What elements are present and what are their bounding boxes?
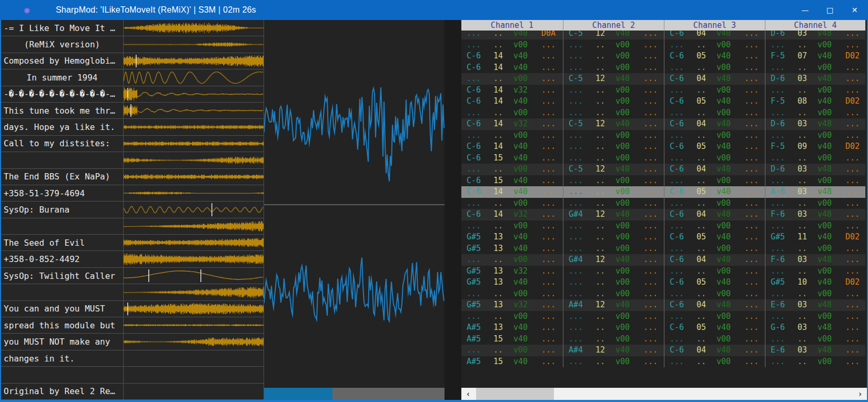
instrument-cell: 14 xyxy=(493,186,503,198)
sample-text-row[interactable]: Call to my distsites: xyxy=(1,136,123,152)
channel-header-bar: Channel 1Channel 2Channel 3Channel 4 xyxy=(461,20,865,31)
volume-cell: v00 xyxy=(716,266,731,277)
volume-cell: v00 xyxy=(817,356,832,368)
sample-text-row[interactable]: +358-51-379-4694 xyxy=(1,185,123,202)
pattern-cell: .....v00... xyxy=(765,198,865,209)
volume-cell: v00 xyxy=(716,198,731,209)
note-cell: ... xyxy=(670,311,684,323)
note-cell: A#5 xyxy=(467,322,481,334)
effect-cell: ... xyxy=(744,299,759,311)
effect-cell: ... xyxy=(541,96,556,107)
effect-cell: ... xyxy=(541,198,556,209)
sample-text-row[interactable]: Composed by Hemoglobi… xyxy=(1,53,123,69)
sample-text-row[interactable] xyxy=(1,218,123,235)
instrument-cell: 03 xyxy=(798,164,808,175)
note-cell: C-6 xyxy=(670,141,684,153)
sample-text-row[interactable]: This tune took me thr… xyxy=(1,103,123,119)
volume-cell: v00 xyxy=(615,85,630,96)
note-cell: E-6 xyxy=(771,299,785,311)
volume-cell: v40 xyxy=(513,232,528,243)
oscilloscope-bottom xyxy=(264,205,445,388)
volume-cell: v40 xyxy=(716,164,731,175)
sample-text-row[interactable] xyxy=(1,152,123,168)
scroll-right-button[interactable]: › xyxy=(854,388,866,400)
volume-cell: v00 xyxy=(716,62,731,74)
sample-text-row[interactable]: -�-�-�-�-�-�-�-�-�-�-… xyxy=(1,86,123,103)
note-cell: ... xyxy=(670,356,684,368)
sample-text-row[interactable]: you MUST NOT make any xyxy=(1,334,123,350)
sample-text-row[interactable] xyxy=(1,284,123,300)
pattern-cell: D-603v48... xyxy=(765,118,865,130)
pattern-cell: .....v00... xyxy=(765,153,865,164)
pattern-cell: .....v00... xyxy=(563,198,664,209)
note-cell: C-6 xyxy=(467,118,481,130)
pattern-cell: C-604v40... xyxy=(664,118,765,130)
volume-cell: v00 xyxy=(817,62,832,74)
instrument-cell: .. xyxy=(596,356,605,368)
channel-header[interactable]: Channel 1 xyxy=(461,20,563,31)
sample-text-row[interactable]: The Seed of Evil xyxy=(1,235,123,251)
note-cell: ... xyxy=(569,266,583,277)
sample-text-row[interactable]: SysOp: Twilight Caller xyxy=(1,268,123,284)
pattern-cell: .....v00... xyxy=(563,311,664,323)
pattern-cell: C-615v40... xyxy=(461,175,563,187)
pattern-cell: C-605v40... xyxy=(664,186,765,198)
sample-text-row[interactable]: +358-0-852-4492 xyxy=(1,251,123,267)
effect-cell: ... xyxy=(744,130,759,142)
instrument-cell: .. xyxy=(493,39,503,51)
sample-text-row[interactable]: spread this module but xyxy=(1,317,123,334)
pattern-cell: .....v00... xyxy=(461,220,563,232)
instrument-cell: .. xyxy=(596,311,605,323)
effect-cell: ... xyxy=(541,266,556,277)
scroll-left-button[interactable]: ‹ xyxy=(462,388,474,400)
sample-text-row[interactable]: You can and you MUST xyxy=(1,301,123,317)
titlebar[interactable]: ✺ SharpMod: 'ILikeToMoveIt (ReMiX)' | S3… xyxy=(0,0,868,20)
effect-cell: ... xyxy=(541,232,556,243)
volume-cell: v40 xyxy=(513,175,528,187)
scroll-thumb[interactable] xyxy=(476,388,554,400)
instrument-cell: 12 xyxy=(596,164,605,175)
sample-text-row[interactable]: (ReMiX version) xyxy=(1,36,123,53)
instrument-cell: .. xyxy=(596,198,605,209)
pattern-scrollbar[interactable]: ‹ › xyxy=(461,388,867,400)
volume-cell: v48 xyxy=(817,345,832,356)
note-cell: C-6 xyxy=(670,186,684,198)
note-cell: C-6 xyxy=(670,96,684,107)
instrument-cell: 10 xyxy=(798,277,808,288)
effect-cell: ... xyxy=(541,107,556,119)
instrument-cell: 14 xyxy=(493,118,503,130)
note-cell: C-5 xyxy=(569,118,583,130)
note-cell: C-5 xyxy=(569,73,583,85)
sample-text-row[interactable]: The End BBS (Ex NaPa) xyxy=(1,169,123,185)
instrument-cell: .. xyxy=(697,130,706,142)
instrument-cell: 04 xyxy=(697,299,706,311)
channel-header[interactable]: Channel 4 xyxy=(765,20,865,31)
sample-text-row[interactable]: changes in it. xyxy=(1,350,123,367)
instrument-cell: .. xyxy=(798,243,808,255)
sample-text-row[interactable]: Original by Reel 2 Re… xyxy=(1,384,123,400)
effect-cell: ... xyxy=(541,85,556,96)
pattern-row: .....v00...C-512v40...C-604v40...D-603v4… xyxy=(461,73,865,85)
note-cell: C-6 xyxy=(670,254,684,266)
sample-text-row[interactable]: -= I Like To Move It … xyxy=(1,20,123,36)
pattern-cell: C-604v40... xyxy=(664,254,765,266)
maximize-button[interactable]: □ xyxy=(817,0,842,20)
channel-header[interactable]: Channel 2 xyxy=(563,20,664,31)
volume-cell: v00 xyxy=(513,164,528,175)
volume-cell: v00 xyxy=(716,85,731,96)
volume-cell: v32 xyxy=(513,266,528,277)
minimize-button[interactable]: — xyxy=(793,0,817,20)
sample-text-row[interactable]: In summer 1994 xyxy=(1,69,123,86)
pattern-cell: .....v00... xyxy=(563,107,664,119)
close-button[interactable]: ✕ xyxy=(842,0,867,20)
pattern-cell: G#513v40... xyxy=(461,232,563,243)
sample-text-row[interactable]: days. Hope ya like it. xyxy=(1,119,123,135)
song-position-bar[interactable] xyxy=(264,388,445,400)
sample-text-row[interactable]: SysOp: Burana xyxy=(1,202,123,218)
sample-text-row[interactable] xyxy=(1,367,123,383)
instrument-cell: .. xyxy=(798,356,808,368)
note-cell: ... xyxy=(670,266,684,277)
effect-cell: ... xyxy=(541,118,556,130)
channel-header[interactable]: Channel 3 xyxy=(664,20,765,31)
note-cell: ... xyxy=(569,107,583,119)
